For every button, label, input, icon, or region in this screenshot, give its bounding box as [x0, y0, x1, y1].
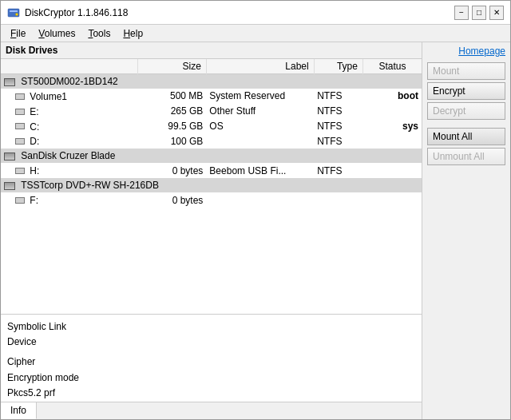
disk-header-row[interactable]: TSSTcorp DVD+-RW SH-216DB	[1, 178, 422, 192]
symbolic-link-line: Symbolic Link	[7, 319, 415, 335]
mount-button[interactable]: Mount	[427, 62, 505, 80]
disk-label: SanDisk Cruzer Blade	[21, 150, 115, 161]
volume-status	[362, 192, 422, 208]
disk-drive-icon	[4, 182, 15, 190]
volume-status	[362, 104, 422, 119]
device-line: Device	[7, 335, 415, 350]
disk-name: ST500DM002-1BD142	[1, 74, 422, 89]
minimize-button[interactable]: −	[454, 6, 469, 20]
volume-status	[362, 163, 422, 178]
volume-name: C:	[30, 121, 39, 132]
disk-drives-header: Disk Drives	[1, 42, 422, 59]
volume-size: 500 MB	[138, 89, 207, 104]
volume-label: Beebom USB Fi...	[206, 163, 314, 178]
decrypt-button[interactable]: Decrypt	[427, 102, 505, 120]
svg-rect-1	[10, 10, 18, 12]
volume-label: System Reserved	[206, 89, 314, 104]
volume-name-cell: Volume1	[1, 89, 138, 104]
main-window: DiskCryptor 1.1.846.118 − □ ✕ File Volum…	[0, 0, 511, 420]
volume-icon	[15, 123, 25, 129]
table-header-row: Size Label Type Status	[1, 59, 422, 74]
volume-size: 0 bytes	[138, 192, 207, 208]
pkcs-label: Pkcs5.2 prf	[7, 387, 55, 398]
close-button[interactable]: ✕	[489, 6, 504, 20]
homepage-link[interactable]: Homepage	[427, 46, 505, 57]
info-panel: Symbolic Link Device Cipher Encryption m…	[1, 314, 422, 402]
window-controls: − □ ✕	[454, 6, 504, 20]
volume-icon	[15, 109, 25, 115]
info-tab[interactable]: Info	[1, 402, 37, 419]
col-header-label: Label	[206, 59, 314, 74]
volume-name-cell: C:	[1, 119, 138, 134]
menu-help[interactable]: Help	[117, 26, 149, 41]
volume-status	[362, 133, 422, 149]
volume-icon	[15, 168, 25, 174]
volume-name-cell: E:	[1, 104, 138, 119]
main-layout: Disk Drives Size Label Type Status	[1, 42, 510, 419]
volume-name-cell: H:	[1, 163, 138, 178]
volume-type: NTFS	[314, 89, 362, 104]
volume-icon	[15, 138, 25, 145]
volume-type	[314, 192, 362, 208]
volume-icon	[15, 197, 25, 204]
col-header-type: Type	[314, 59, 362, 74]
volume-name: F:	[30, 195, 38, 206]
unmount-all-button[interactable]: Unmount All	[427, 148, 505, 165]
volume-size: 100 GB	[138, 133, 207, 149]
volume-label	[206, 133, 314, 149]
volume-type: NTFS	[314, 133, 362, 149]
disk-header-row[interactable]: ST500DM002-1BD142	[1, 74, 422, 89]
volume-name: H:	[30, 165, 39, 176]
info-tab-bar: Info	[1, 402, 422, 419]
volume-name-cell: D:	[1, 133, 138, 149]
table-row[interactable]: E: 265 GB Other Stuff NTFS	[1, 104, 422, 119]
table-row[interactable]: D: 100 GB NTFS	[1, 133, 422, 149]
volume-name: D:	[30, 136, 39, 147]
volume-size: 265 GB	[138, 104, 207, 119]
disk-label: ST500DM002-1BD142	[21, 76, 117, 87]
volume-label: Other Stuff	[206, 104, 314, 119]
svg-point-2	[16, 13, 18, 15]
table-row[interactable]: C: 99.5 GB OS NTFS sys	[1, 119, 422, 134]
device-label: Device	[7, 336, 37, 347]
encrypt-button[interactable]: Encrypt	[427, 82, 505, 100]
table-row[interactable]: H: 0 bytes Beebom USB Fi... NTFS	[1, 163, 422, 178]
restore-button[interactable]: □	[472, 6, 486, 20]
menu-volumes[interactable]: Volumes	[32, 26, 81, 41]
volume-type: NTFS	[314, 119, 362, 134]
drives-table: Size Label Type Status ST500DM002-1BD142…	[1, 59, 422, 208]
table-row[interactable]: Volume1 500 MB System Reserved NTFS boot	[1, 89, 422, 104]
col-header-name	[1, 59, 138, 74]
volume-size: 0 bytes	[138, 163, 207, 178]
col-header-size: Size	[138, 59, 207, 74]
volume-name: E:	[30, 106, 38, 117]
menu-tools[interactable]: Tools	[81, 26, 117, 41]
col-header-status: Status	[362, 59, 422, 74]
encryption-mode-label: Encryption mode	[7, 372, 79, 383]
right-panel: Homepage Mount Encrypt Decrypt Mount All…	[422, 42, 510, 419]
table-row[interactable]: F: 0 bytes	[1, 192, 422, 208]
app-icon	[7, 6, 20, 19]
disk-label: TSSTcorp DVD+-RW SH-216DB	[21, 180, 159, 191]
volume-name: Volume1	[30, 91, 67, 102]
volume-label: OS	[206, 119, 314, 134]
disk-drive-icon	[4, 153, 15, 160]
title-bar-left: DiskCryptor 1.1.846.118	[7, 6, 128, 19]
menu-bar: File Volumes Tools Help	[1, 25, 510, 42]
encryption-mode-line: Encryption mode	[7, 370, 415, 386]
menu-file[interactable]: File	[4, 26, 32, 41]
disk-name: SanDisk Cruzer Blade	[1, 149, 422, 163]
left-panel: Disk Drives Size Label Type Status	[1, 42, 422, 419]
pkcs-line: Pkcs5.2 prf	[7, 386, 415, 401]
window-title: DiskCryptor 1.1.846.118	[25, 7, 128, 18]
mount-all-button[interactable]: Mount All	[427, 128, 505, 145]
symbolic-link-label: Symbolic Link	[7, 321, 66, 332]
volume-type: NTFS	[314, 104, 362, 119]
cipher-line: Cipher	[7, 355, 415, 370]
volume-name-cell: F:	[1, 192, 138, 208]
volume-status: boot	[362, 89, 422, 104]
cipher-label: Cipher	[7, 356, 35, 367]
volume-status: sys	[362, 119, 422, 134]
volume-size: 99.5 GB	[138, 119, 207, 134]
disk-header-row[interactable]: SanDisk Cruzer Blade	[1, 149, 422, 163]
